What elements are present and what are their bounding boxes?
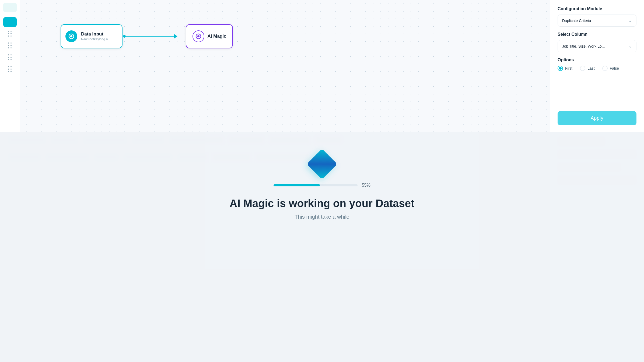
data-input-subtitle: New rootkeylong n... (81, 37, 110, 41)
dots-icon-3 (8, 54, 12, 61)
sidebar-item-4[interactable] (3, 65, 17, 74)
progress-track (274, 184, 358, 186)
radio-false-circle (602, 66, 608, 71)
ai-magic-node[interactable]: Ai Magic (186, 24, 233, 48)
apply-button[interactable]: Apply (558, 111, 636, 125)
option-last-label: Last (587, 66, 594, 70)
option-false[interactable]: False (602, 66, 619, 71)
data-input-icon (65, 30, 77, 42)
right-config-panel: Configuration Module Duplicate Criteria … (550, 0, 644, 132)
radio-first-inner (559, 67, 562, 70)
progress-fill (274, 184, 320, 186)
sidebar-item-1[interactable] (3, 29, 17, 39)
options-label: Options (558, 58, 636, 62)
connector (123, 34, 182, 38)
data-input-title: Data Input (81, 31, 110, 37)
data-input-text: Data Input New rootkeylong n... (81, 31, 110, 41)
ai-magic-title: Ai Magic (208, 34, 226, 39)
option-first[interactable]: First (558, 66, 572, 71)
select-column-value: Job Title, Size, Work Lo... (562, 44, 605, 48)
connector-dot (123, 35, 126, 38)
progress-percent: 55% (362, 183, 370, 188)
connector-arrow (174, 34, 177, 38)
chevron-down-icon: ⌄ (628, 18, 632, 23)
ai-diamond-logo (311, 153, 333, 175)
connector-line (126, 36, 174, 37)
option-last[interactable]: Last (580, 66, 594, 71)
loading-overlay: 55% AI Magic is working on your Dataset … (0, 132, 644, 362)
select-column-label: Select Column (558, 32, 636, 37)
progress-container: 55% (274, 183, 370, 188)
canvas-content: Data Input New rootkeylong n... Ai Magic (20, 0, 550, 132)
diamond-shape (307, 149, 337, 179)
sidebar-active-item[interactable] (3, 17, 17, 27)
loading-subtitle: This might take a while (295, 214, 349, 220)
sidebar (0, 0, 20, 132)
config-module-value: Duplicate Criteria (562, 19, 591, 23)
option-false-label: False (610, 66, 619, 70)
svg-point-1 (70, 35, 72, 37)
config-module-dropdown[interactable]: Duplicate Criteria ⌄ (558, 15, 636, 27)
ai-magic-icon (192, 30, 204, 42)
dots-icon (8, 31, 12, 37)
sidebar-item-2[interactable] (3, 41, 17, 51)
svg-point-3 (197, 35, 200, 37)
dots-icon-4 (8, 66, 12, 73)
loading-title: AI Magic is working on your Dataset (230, 197, 415, 210)
sidebar-item-3[interactable] (3, 53, 17, 62)
radio-first-circle (558, 66, 563, 71)
config-module-label: Configuration Module (558, 6, 636, 11)
radio-last-circle (580, 66, 585, 71)
chevron-down-icon-2: ⌄ (628, 44, 632, 49)
canvas-area: Data Input New rootkeylong n... Ai Magic… (0, 0, 644, 132)
sidebar-top-item (3, 3, 17, 12)
dots-icon-2 (8, 42, 12, 49)
data-input-node[interactable]: Data Input New rootkeylong n... (61, 24, 122, 48)
select-column-dropdown[interactable]: Job Title, Size, Work Lo... ⌄ (558, 40, 636, 52)
option-first-label: First (565, 66, 572, 70)
options-row: First Last False (558, 66, 636, 71)
